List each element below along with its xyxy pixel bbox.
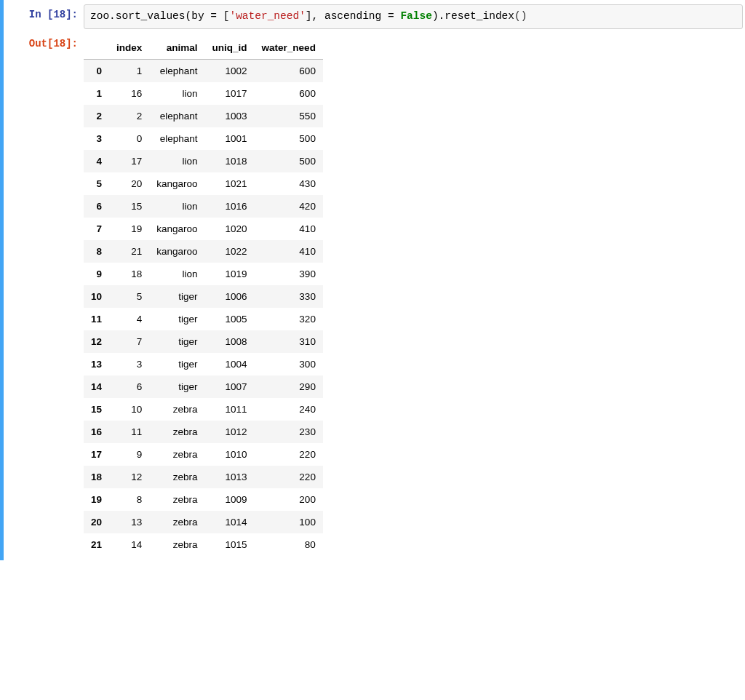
dataframe-cell: 1012 — [205, 421, 255, 443]
dataframe-cell: 1015 — [205, 533, 255, 556]
dataframe-cell: 220 — [255, 443, 323, 466]
dataframe-cell: 420 — [255, 195, 323, 218]
code-constant: False — [400, 10, 432, 22]
dataframe-cell: 1 — [109, 59, 149, 82]
dataframe-cell: 290 — [255, 375, 323, 398]
dataframe-cell: 1007 — [205, 375, 255, 398]
dataframe-cell: 6 — [109, 375, 149, 398]
dataframe-cell: 10 — [109, 398, 149, 421]
output-cell: Out[18]: indexanimaluniq_idwater_need 01… — [0, 29, 743, 560]
dataframe-row-label: 8 — [84, 240, 109, 263]
dataframe-cell: 100 — [255, 511, 323, 533]
input-prompt: In [18]: — [4, 4, 84, 29]
dataframe-cell: 1014 — [205, 511, 255, 533]
table-row: 01elephant1002600 — [84, 59, 323, 82]
table-row: 821kangaroo1022410 — [84, 240, 323, 263]
code-segment: ).reset_index — [432, 10, 514, 22]
dataframe-cell: tiger — [149, 308, 204, 330]
dataframe-row-label: 12 — [84, 330, 109, 353]
table-row: 2114zebra101580 — [84, 533, 323, 556]
dataframe-row-label: 0 — [84, 59, 109, 82]
table-row: 30elephant1001500 — [84, 127, 323, 150]
code-paren: ( — [514, 10, 521, 22]
table-row: 105tiger1006330 — [84, 285, 323, 308]
table-row: 1812zebra1013220 — [84, 466, 323, 488]
dataframe-cell: 1022 — [205, 240, 255, 263]
dataframe-row-label: 9 — [84, 263, 109, 285]
dataframe-cell: 9 — [109, 443, 149, 466]
dataframe-cell: 550 — [255, 105, 323, 127]
table-row: 133tiger1004300 — [84, 353, 323, 375]
dataframe-cell: kangaroo — [149, 172, 204, 195]
table-row: 719kangaroo1020410 — [84, 218, 323, 240]
dataframe-cell: 15 — [109, 195, 149, 218]
code-input[interactable]: zoo.sort_values(by = ['water_need'], asc… — [84, 4, 743, 29]
dataframe-cell: 320 — [255, 308, 323, 330]
dataframe-row-label: 2 — [84, 105, 109, 127]
dataframe-cell: 240 — [255, 398, 323, 421]
dataframe-row-label: 7 — [84, 218, 109, 240]
dataframe-cell: 300 — [255, 353, 323, 375]
table-row: 918lion1019390 — [84, 263, 323, 285]
dataframe-cell: 410 — [255, 218, 323, 240]
code-cell: In [18]: zoo.sort_values(by = ['water_ne… — [0, 0, 743, 33]
dataframe-cell: 230 — [255, 421, 323, 443]
dataframe-cell: 7 — [109, 330, 149, 353]
dataframe-column-header: index — [109, 36, 149, 60]
dataframe-cell: 18 — [109, 263, 149, 285]
dataframe-cell: 4 — [109, 308, 149, 330]
dataframe-cell: 1003 — [205, 105, 255, 127]
table-row: 2013zebra1014100 — [84, 511, 323, 533]
dataframe-row-label: 10 — [84, 285, 109, 308]
dataframe-cell: 0 — [109, 127, 149, 150]
dataframe-cell: 430 — [255, 172, 323, 195]
dataframe-cell: elephant — [149, 105, 204, 127]
dataframe-cell: 1006 — [205, 285, 255, 308]
dataframe-cell: tiger — [149, 375, 204, 398]
dataframe-column-header: animal — [149, 36, 204, 60]
dataframe-cell: 600 — [255, 82, 323, 105]
dataframe-cell: tiger — [149, 285, 204, 308]
dataframe-cell: 1004 — [205, 353, 255, 375]
dataframe-row-label: 15 — [84, 398, 109, 421]
dataframe-cell: 2 — [109, 105, 149, 127]
table-row: 114tiger1005320 — [84, 308, 323, 330]
dataframe-cell: 310 — [255, 330, 323, 353]
table-row: 520kangaroo1021430 — [84, 172, 323, 195]
dataframe-cell: 1016 — [205, 195, 255, 218]
dataframe-cell: elephant — [149, 59, 204, 82]
dataframe-cell: 1011 — [205, 398, 255, 421]
table-row: 146tiger1007290 — [84, 375, 323, 398]
dataframe-cell: lion — [149, 150, 204, 172]
dataframe-row-label: 13 — [84, 353, 109, 375]
dataframe-row-label: 3 — [84, 127, 109, 150]
dataframe-cell: zebra — [149, 533, 204, 556]
dataframe-cell: elephant — [149, 127, 204, 150]
table-row: 1510zebra1011240 — [84, 398, 323, 421]
dataframe-cell: zebra — [149, 398, 204, 421]
dataframe-table: indexanimaluniq_idwater_need 01elephant1… — [84, 36, 323, 556]
dataframe-cell: kangaroo — [149, 240, 204, 263]
dataframe-row-label: 21 — [84, 533, 109, 556]
dataframe-cell: 410 — [255, 240, 323, 263]
dataframe-column-header: water_need — [255, 36, 323, 60]
dataframe-row-label: 6 — [84, 195, 109, 218]
table-row: 179zebra1010220 — [84, 443, 323, 466]
table-row: 116lion1017600 — [84, 82, 323, 105]
output-prompt: Out[18]: — [4, 33, 84, 556]
dataframe-cell: 1018 — [205, 150, 255, 172]
dataframe-cell: 200 — [255, 488, 323, 511]
dataframe-cell: 16 — [109, 82, 149, 105]
dataframe-row-label: 11 — [84, 308, 109, 330]
dataframe-cell: zebra — [149, 511, 204, 533]
table-row: 615lion1016420 — [84, 195, 323, 218]
input-prompt-label: In [18]: — [29, 9, 78, 20]
dataframe-cell: 13 — [109, 511, 149, 533]
dataframe-cell: 390 — [255, 263, 323, 285]
dataframe-row-label: 14 — [84, 375, 109, 398]
dataframe-cell: zebra — [149, 466, 204, 488]
dataframe-row-label: 1 — [84, 82, 109, 105]
table-row: 22elephant1003550 — [84, 105, 323, 127]
dataframe-cell: 1017 — [205, 82, 255, 105]
output-prompt-label: Out[18]: — [29, 38, 78, 49]
